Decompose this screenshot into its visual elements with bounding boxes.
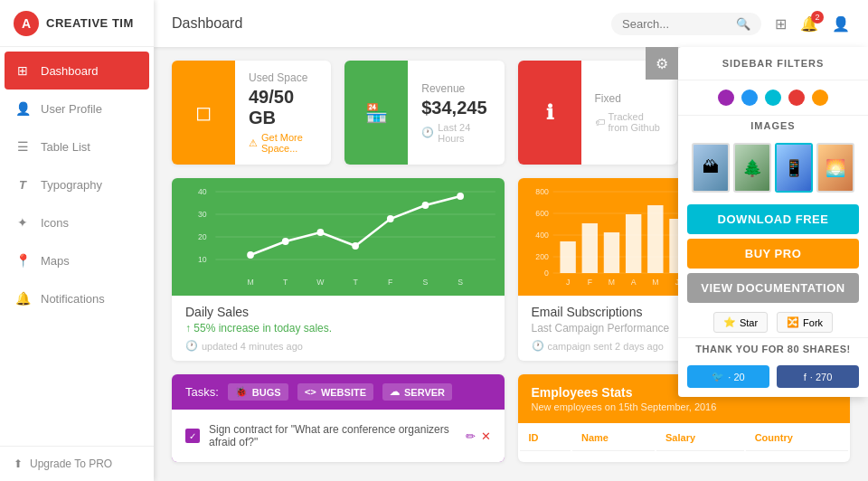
svg-text:M: M — [608, 278, 614, 287]
sidebar-item-maps[interactable]: 📍 Maps — [0, 241, 154, 279]
svg-point-19 — [387, 215, 394, 222]
sidebar-item-label: Typography — [41, 178, 102, 192]
tag-label: WEBSITE — [321, 387, 366, 398]
sidebar-item-icons[interactable]: ✦ Icons — [0, 203, 154, 241]
gear-button[interactable]: ⚙ — [646, 47, 678, 80]
task-delete-button[interactable]: ✕ — [481, 429, 491, 443]
svg-point-21 — [457, 193, 464, 200]
table-icon: ☰ — [14, 137, 32, 156]
svg-point-17 — [317, 229, 325, 236]
filter-img-4[interactable]: 🌅 — [816, 143, 854, 193]
revenue-icon-box: 🏪 — [344, 61, 408, 165]
storage-icon-box: ◻ — [172, 61, 235, 165]
employees-table: ID Name Salary Country — [518, 423, 851, 453]
svg-text:30: 30 — [198, 210, 207, 219]
stat-footer-text: Get More Space... — [261, 132, 317, 154]
svg-text:F: F — [587, 278, 592, 287]
sidebar-item-label: Notifications — [41, 292, 105, 306]
tag-bugs: 🐞 BUGS — [228, 383, 288, 401]
svg-text:20: 20 — [198, 232, 207, 241]
stat-value-storage: 49/50 GB — [249, 87, 317, 128]
fork-button[interactable]: 🔀 Fork — [777, 312, 833, 333]
twitter-button[interactable]: 🐦 · 20 — [687, 365, 769, 388]
filter-img-2[interactable]: 🌲 — [733, 143, 771, 193]
dashboard-icon: ⊞ — [14, 61, 32, 80]
filter-img-1[interactable]: 🏔 — [692, 143, 730, 193]
stat-card-storage: ◻ Used Space 49/50 GB ⚠ Get More Space..… — [172, 61, 331, 165]
user-icon: 👤 — [14, 99, 32, 118]
sidebar-item-notifications[interactable]: 🔔 Notifications — [0, 279, 154, 317]
sidebar-item-label: Dashboard — [41, 64, 99, 78]
svg-point-15 — [247, 251, 254, 259]
download-free-button[interactable]: DOWNLOAD FREE — [687, 204, 859, 234]
tag-label: BUGS — [252, 387, 281, 398]
fork-label: Fork — [803, 317, 823, 328]
search-box[interactable]: 🔍 — [611, 13, 761, 35]
social-row: 🐦 · 20 f · 270 — [678, 360, 868, 397]
sidebar-footer: ⬆ Upgrade To PRO — [0, 446, 154, 481]
user-menu-button[interactable]: 👤 — [832, 15, 850, 33]
chart-meta: 🕐 updated 4 minutes ago — [185, 340, 491, 352]
star-button[interactable]: ⭐ Star — [713, 312, 768, 333]
sidebar-item-dashboard[interactable]: ⊞ Dashboard — [5, 52, 149, 90]
logo-icon: A — [14, 11, 39, 36]
stat-footer-storage: ⚠ Get More Space... — [249, 132, 317, 154]
notifications-button[interactable]: 🔔 2 — [800, 15, 818, 33]
storage-icon: ◻ — [195, 101, 212, 125]
svg-rect-36 — [647, 205, 663, 273]
search-input[interactable] — [622, 17, 731, 31]
svg-rect-32 — [560, 241, 575, 273]
typography-icon: T — [14, 175, 32, 193]
grid-button[interactable]: ⊞ — [775, 15, 787, 33]
svg-text:M: M — [247, 278, 253, 287]
stat-footer-fixed: 🏷 Tracked from Github — [595, 111, 664, 133]
svg-text:A: A — [630, 278, 636, 287]
upgrade-icon: ⬆ — [14, 457, 23, 470]
logo-text: CREATIVE TIM — [46, 16, 134, 30]
sidebar-item-label: Table List — [41, 140, 90, 154]
tasks-card: Tasks: 🐞 BUGS <> WEBSITE ☁ SERVER — [172, 374, 505, 462]
stat-footer-revenue: 🕐 Last 24 Hours — [421, 122, 490, 144]
upgrade-button[interactable]: ⬆ Upgrade To PRO — [14, 457, 140, 470]
sidebar: A CREATIVE TIM ⊞ Dashboard 👤 User Profil… — [0, 0, 154, 481]
color-orange[interactable] — [812, 90, 828, 106]
stat-label-revenue: Revenue — [421, 82, 490, 95]
filter-img-3[interactable]: 📱 — [775, 143, 813, 193]
sidebar-item-label: Maps — [41, 254, 70, 268]
code-icon: <> — [305, 386, 316, 398]
upgrade-label: Upgrade To PRO — [30, 457, 112, 470]
svg-point-16 — [282, 238, 289, 245]
task-edit-button[interactable]: ✏ — [466, 429, 476, 443]
chart-footer-daily-sales: Daily Sales ↑ 55% increase in today sale… — [172, 296, 505, 361]
color-red[interactable] — [788, 90, 805, 106]
svg-text:400: 400 — [535, 231, 549, 240]
revenue-icon: 🏪 — [365, 102, 388, 124]
filter-images: 🏔 🌲 📱 🌅 — [678, 136, 868, 200]
chart-daily-sales: 40 30 20 10 M T W T F S S — [172, 178, 505, 361]
filter-header: SIDEBAR FILTERS — [678, 47, 868, 80]
col-name: Name — [572, 425, 655, 451]
bug-icon: 🐞 — [235, 386, 248, 398]
sidebar-logo: A CREATIVE TIM — [0, 0, 154, 47]
filter-colors — [678, 80, 868, 115]
svg-text:S: S — [423, 278, 429, 287]
buy-pro-button[interactable]: BUY PRO — [687, 239, 859, 269]
sidebar-item-user-profile[interactable]: 👤 User Profile — [0, 90, 154, 127]
fork-icon: 🔀 — [787, 316, 799, 328]
stat-label-storage: Used Space — [249, 71, 317, 84]
facebook-button[interactable]: f · 270 — [777, 365, 859, 388]
twitter-icon: 🐦 — [712, 371, 724, 382]
sidebar-item-label: Icons — [41, 216, 69, 230]
bell-icon: 🔔 — [14, 289, 32, 307]
employees-header-row: ID Name Salary Country — [520, 425, 849, 451]
color-purple[interactable] — [718, 90, 734, 106]
sidebar-item-typography[interactable]: T Typography — [0, 165, 154, 203]
color-cyan[interactable] — [765, 90, 781, 106]
chart-meta-text: updated 4 minutes ago — [202, 341, 303, 352]
sidebar-item-table-list[interactable]: ☰ Table List — [0, 127, 154, 165]
color-blue[interactable] — [741, 90, 758, 106]
tag-label: SERVER — [404, 387, 445, 398]
task-checkbox[interactable]: ✓ — [185, 429, 200, 443]
svg-text:0: 0 — [544, 269, 549, 278]
view-docs-button[interactable]: VIEW DOCUMENTATION — [687, 273, 859, 303]
